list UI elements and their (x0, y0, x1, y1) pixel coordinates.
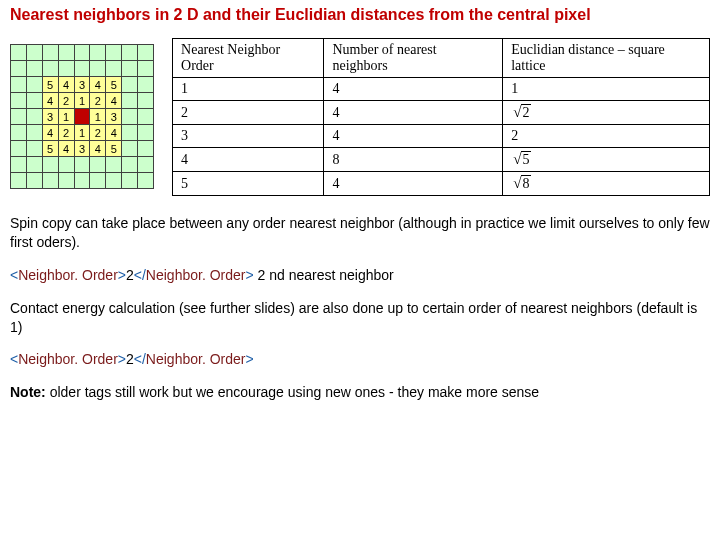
table-row: 342 (173, 125, 710, 148)
lattice-cell: 5 (42, 77, 58, 93)
lattice-cell (26, 93, 42, 109)
lattice-cell (42, 61, 58, 77)
lattice-cell: 3 (42, 109, 58, 125)
lattice-cell: 3 (74, 77, 90, 93)
lattice-cell: 1 (58, 109, 74, 125)
lattice-cell (42, 173, 58, 189)
nn-order: 5 (173, 172, 324, 196)
lattice-cell: 5 (106, 77, 122, 93)
lattice-cell: 1 (90, 109, 106, 125)
lattice-cell (74, 109, 90, 125)
lattice-cell (74, 157, 90, 173)
nn-distance: 2 (503, 101, 710, 125)
lattice-cell (26, 61, 42, 77)
lattice-cell (26, 141, 42, 157)
nn-header: Number of nearest neighbors (324, 39, 503, 78)
nn-table: Nearest Neighbor OrderNumber of nearest … (172, 38, 710, 196)
lattice-cell (11, 109, 27, 125)
lattice-cell (106, 45, 122, 61)
lattice-cell (122, 141, 138, 157)
table-row: 485 (173, 148, 710, 172)
lattice-cell (122, 125, 138, 141)
lattice-cell: 2 (90, 93, 106, 109)
nn-distance: 1 (503, 78, 710, 101)
lattice-cell: 5 (106, 141, 122, 157)
lattice-cell: 2 (58, 125, 74, 141)
lattice-cell (11, 157, 27, 173)
lattice-cell (138, 109, 154, 125)
lattice-cell (122, 77, 138, 93)
table-row: 141 (173, 78, 710, 101)
lattice-cell: 1 (74, 93, 90, 109)
lattice-cell (138, 125, 154, 141)
lattice-cell (138, 61, 154, 77)
lattice-cell (58, 157, 74, 173)
page-title: Nearest neighbors in 2 D and their Eucli… (10, 6, 710, 24)
nn-distance: 8 (503, 172, 710, 196)
lattice-cell (11, 45, 27, 61)
nn-count: 4 (324, 125, 503, 148)
lattice-cell: 4 (90, 77, 106, 93)
nn-distance: 5 (503, 148, 710, 172)
nn-order: 4 (173, 148, 324, 172)
nn-count: 4 (324, 172, 503, 196)
lattice-cell (11, 173, 27, 189)
lattice-cell (90, 173, 106, 189)
note-text: older tags still work but we encourage u… (46, 384, 539, 400)
lattice-cell (11, 125, 27, 141)
lattice-cell: 4 (90, 141, 106, 157)
lattice-cell (138, 77, 154, 93)
nn-header: Euclidian distance – square lattice (503, 39, 710, 78)
lattice-cell (138, 157, 154, 173)
lattice-cell (122, 109, 138, 125)
nn-count: 4 (324, 101, 503, 125)
lattice-cell: 4 (58, 77, 74, 93)
nn-count: 4 (324, 78, 503, 101)
lattice-cell (106, 157, 122, 173)
nn-distance: 2 (503, 125, 710, 148)
lattice-cell: 4 (106, 125, 122, 141)
lattice-cell (138, 173, 154, 189)
lattice-cell (26, 157, 42, 173)
lattice-cell: 3 (106, 109, 122, 125)
lattice-cell: 4 (106, 93, 122, 109)
lattice-cell (90, 45, 106, 61)
lattice-cell (58, 173, 74, 189)
table-row: 242 (173, 101, 710, 125)
lattice-cell (74, 45, 90, 61)
lattice-cell (138, 93, 154, 109)
lattice-cell (26, 125, 42, 141)
lattice-cell (122, 173, 138, 189)
lattice-cell: 2 (90, 125, 106, 141)
lattice-cell: 1 (74, 125, 90, 141)
lattice-cell (74, 173, 90, 189)
lattice-diagram: 543454212431134212454345 (10, 38, 154, 189)
lattice-cell (90, 157, 106, 173)
lattice-cell: 5 (42, 141, 58, 157)
table-row: 548 (173, 172, 710, 196)
lattice-cell (42, 157, 58, 173)
lattice-cell (26, 173, 42, 189)
lattice-cell (26, 77, 42, 93)
paragraph-contact-energy: Contact energy calculation (see further … (10, 299, 710, 337)
lattice-cell (106, 61, 122, 77)
nn-header: Nearest Neighbor Order (173, 39, 324, 78)
nn-order: 1 (173, 78, 324, 101)
lattice-cell (138, 45, 154, 61)
xml-example-1: <Neighbor. Order>2</Neighbor. Order> 2 n… (10, 266, 710, 285)
lattice-cell (11, 77, 27, 93)
paragraph-spin-copy: Spin copy can take place between any ord… (10, 214, 710, 252)
lattice-cell (138, 141, 154, 157)
lattice-cell: 4 (42, 125, 58, 141)
lattice-cell (122, 45, 138, 61)
lattice-cell (58, 61, 74, 77)
lattice-cell (11, 141, 27, 157)
lattice-cell (26, 109, 42, 125)
lattice-cell (42, 45, 58, 61)
lattice-cell: 2 (58, 93, 74, 109)
lattice-cell (122, 157, 138, 173)
lattice-cell: 3 (74, 141, 90, 157)
lattice-cell: 4 (58, 141, 74, 157)
lattice-cell (90, 61, 106, 77)
note-paragraph: Note: older tags still work but we encou… (10, 383, 710, 402)
